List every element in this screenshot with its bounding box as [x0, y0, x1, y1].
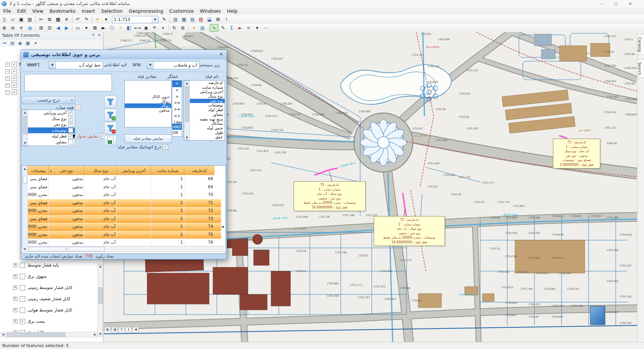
- field-checkbox[interactable]: ✓: [68, 110, 73, 115]
- toc-layer-item[interactable]: +کابل فشار متوسط هوایی: [13, 307, 72, 313]
- cut-icon[interactable]: ✂: [37, 16, 45, 23]
- back-extent-icon[interactable]: ◀: [54, 24, 62, 31]
- expand-icon[interactable]: +: [13, 297, 17, 301]
- add-data-icon[interactable]: ✦: [94, 16, 101, 23]
- scroll-down-icon[interactable]: ▼: [98, 332, 103, 336]
- viewer-window-icon[interactable]: ⧉: [179, 24, 187, 31]
- table-vertical-scrollbar[interactable]: ▲ ▼: [22, 166, 27, 253]
- model-builder-icon[interactable]: ⬓: [206, 16, 213, 23]
- expand-icon[interactable]: −: [5, 90, 10, 95]
- column-header[interactable]: کدعارضه: [184, 166, 215, 175]
- field-item[interactable]: مشاور: [189, 112, 225, 117]
- map-scale-combo[interactable]: 1:1,713 ▼: [112, 16, 158, 23]
- scrollbar-thumb[interactable]: |||: [28, 247, 105, 251]
- table-row[interactable]: فضاي سبزمدفونآب خام168: [27, 175, 221, 184]
- field-checkbox[interactable]: ✓: [68, 122, 73, 127]
- map-callout[interactable]: کدعارضه : 73شماره سایت : 1آب خام : نوع س…: [553, 139, 600, 168]
- toolbar-handle-icon[interactable]: ⁞: [223, 16, 230, 23]
- pin-icon[interactable]: 🖈: [91, 33, 95, 37]
- field-item[interactable]: طول: [189, 131, 225, 135]
- chevron-down-icon[interactable]: ▼: [152, 16, 158, 23]
- value-item[interactable]: درون کانال: [125, 95, 171, 99]
- list-by-drawing-order-icon[interactable]: ≔: [1, 40, 8, 46]
- value-item[interactable]: مدفون: [125, 108, 171, 113]
- map-inset-thumbnail[interactable]: [590, 306, 605, 325]
- layer-checkbox[interactable]: ✓: [12, 83, 17, 88]
- toc-layer-item[interactable]: +کابل فشار متوسط زمینی: [13, 285, 72, 291]
- operator-item[interactable]: =: [172, 81, 182, 87]
- expand-icon[interactable]: +: [13, 274, 17, 279]
- filter-add-button[interactable]: +: [104, 109, 117, 121]
- field-item[interactable]: کدعارضه: [189, 81, 225, 85]
- field-checkbox[interactable]: [68, 139, 73, 144]
- window-maximize-button[interactable]: □: [609, 0, 623, 7]
- paste-icon[interactable]: ▦: [54, 16, 62, 23]
- toc-horizontal-scrollbar[interactable]: ◀ ▶: [1, 332, 98, 337]
- all-items-checkbox[interactable]: [76, 105, 81, 110]
- fixed-zoom-out-icon[interactable]: ⊟: [46, 24, 53, 31]
- list-by-selection-icon[interactable]: ▦: [24, 40, 31, 46]
- statistics-icon[interactable]: Σ: [228, 24, 235, 31]
- expand-icon[interactable]: +: [13, 308, 17, 312]
- label-field-item[interactable]: ✓آخرین ویرایش: [27, 110, 75, 116]
- field-item[interactable]: منبع تهیه نقشه: [189, 117, 225, 122]
- menu-help[interactable]: Help: [224, 7, 240, 15]
- field-checkbox[interactable]: ✓: [68, 116, 73, 121]
- expand-icon[interactable]: +: [13, 285, 17, 290]
- subsystem-combo[interactable]: ▼ آب و فاضلاب: [147, 61, 199, 69]
- window-close-button[interactable]: ✕: [623, 0, 637, 7]
- find-route-icon[interactable]: ⚑: [151, 24, 158, 31]
- auto-insert-checkbox[interactable]: ✓: [163, 144, 168, 150]
- toc-options-icon[interactable]: ▾: [32, 40, 39, 46]
- open-folder-icon[interactable]: ▱: [9, 16, 17, 23]
- field-item[interactable]: پیمانکار: [189, 121, 225, 126]
- menu-file[interactable]: File: [0, 7, 14, 15]
- layer-checkbox[interactable]: [20, 285, 25, 291]
- layer-combo[interactable]: ▼ خط لوله آب: [49, 61, 103, 69]
- undo-icon[interactable]: ↶: [74, 16, 82, 23]
- logic-operator-item[interactable]: OR: [172, 130, 182, 136]
- filter-button[interactable]: [104, 96, 117, 108]
- flag-red-icon[interactable]: ►: [236, 24, 244, 31]
- layer-checkbox[interactable]: [20, 263, 25, 268]
- query-expression-box[interactable]: ⌃ ⌄: [24, 74, 112, 91]
- layer-checkbox[interactable]: [20, 274, 25, 279]
- field-item[interactable]: قطر لوله: [189, 108, 225, 112]
- expand-icon[interactable]: −: [5, 69, 10, 74]
- save-icon[interactable]: ▣: [17, 16, 25, 23]
- menu-insert[interactable]: Insert: [79, 7, 98, 15]
- more-tools-icon[interactable]: ⋯: [262, 24, 270, 31]
- full-extent-icon[interactable]: ◍: [26, 24, 34, 31]
- expand-icon[interactable]: +: [13, 319, 17, 323]
- export-excel-button[interactable]: X: [104, 135, 117, 146]
- scrollbar-thumb[interactable]: [98, 287, 103, 304]
- toc-layer-item[interactable]: +پایه فشار متوسط: [13, 262, 59, 268]
- delete-icon[interactable]: ✕: [63, 16, 70, 23]
- layout-view-icon[interactable]: ◨: [112, 327, 118, 333]
- menu-windows[interactable]: Windows: [197, 7, 224, 15]
- chevron-down-icon[interactable]: ▼: [147, 62, 154, 69]
- layer-checkbox[interactable]: [20, 308, 25, 313]
- menu-bookmarks[interactable]: Bookmarks: [46, 7, 79, 15]
- map-callout[interactable]: کدعارضه : 75شماره سایت : 1نوع سیال : آب …: [294, 181, 366, 211]
- column-header[interactable]: آخرین ویرایش: [117, 166, 151, 175]
- menu-selection[interactable]: Selection: [98, 7, 125, 15]
- editor-menu-icon[interactable]: ▾: [253, 24, 261, 31]
- checklist-scrollbar[interactable]: ▲ ▼: [22, 110, 28, 146]
- refresh-view-icon[interactable]: ↻: [118, 327, 125, 333]
- new-document-icon[interactable]: ▯: [0, 16, 8, 23]
- logic-operator-item[interactable]: AND: [172, 124, 182, 130]
- column-header[interactable]: توضیحات: [27, 166, 49, 175]
- table-row[interactable]: فضاي سبزمدفونآب خام173: [27, 215, 221, 223]
- close-icon[interactable]: ✕: [98, 33, 101, 37]
- measure-icon[interactable]: ⟷: [134, 24, 141, 31]
- selection-dropdown-icon[interactable]: ▾: [82, 24, 90, 31]
- field-name-list[interactable]: ▲ ▼ کدعارضهشماره سایتآخرین ویرایشنوع سیا…: [184, 80, 225, 141]
- toc-layer-item[interactable]: +کابل فشار ضعیف زمینی: [13, 296, 70, 302]
- tab-catalog[interactable]: Catalog: [637, 34, 644, 55]
- layer-checkbox[interactable]: [20, 296, 25, 302]
- editor-pencil-icon[interactable]: ✎: [160, 16, 168, 23]
- forward-extent-icon[interactable]: ▶: [63, 24, 70, 31]
- chevron-down-icon[interactable]: ▼: [49, 62, 56, 69]
- expand-icon[interactable]: −: [5, 83, 10, 88]
